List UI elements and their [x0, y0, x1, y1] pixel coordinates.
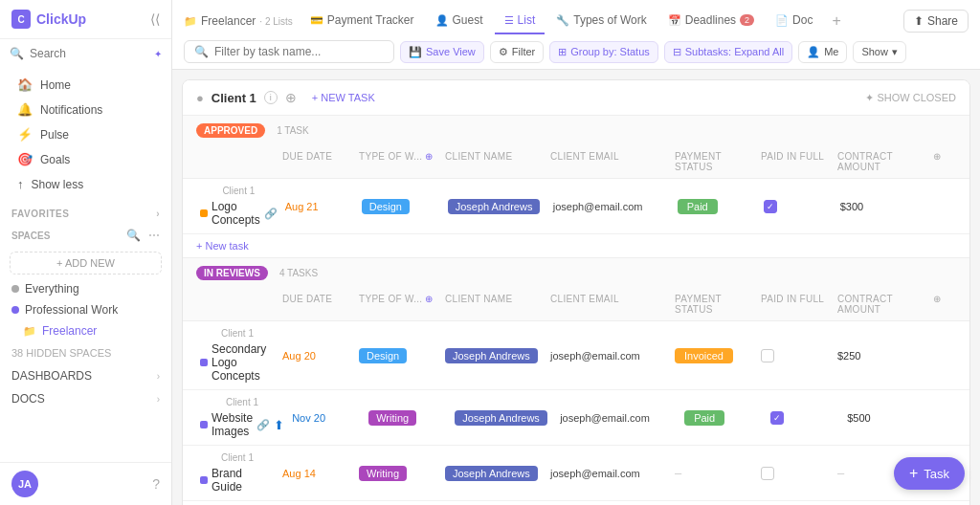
sidebar-item-goals[interactable]: 🎯 Goals	[6, 147, 166, 171]
help-icon[interactable]: ?	[152, 476, 160, 492]
deadlines-badge: 2	[740, 14, 754, 26]
col-client-email-2: CLIENT EMAIL	[546, 292, 671, 317]
paid-checkbox[interactable]	[761, 349, 774, 362]
task-name[interactable]: Secondary Logo Concepts	[212, 342, 275, 383]
due-date: Aug 20	[282, 350, 316, 362]
filter-input[interactable]	[214, 45, 384, 58]
tab-payment-tracker[interactable]: 💳 Payment Tracker	[301, 8, 424, 34]
col-add-2[interactable]: ⊕	[929, 292, 956, 317]
floating-task-button[interactable]: + Task	[894, 457, 965, 490]
client-1-new-task-button[interactable]: + NEW TASK	[312, 92, 375, 103]
sidebar-item-freelancer[interactable]: 📁 Freelancer	[0, 320, 171, 341]
col-client-name-2: CLIENT NAME	[441, 292, 546, 317]
type-badge[interactable]: Writing	[368, 410, 416, 426]
me-label: Me	[824, 46, 838, 57]
col-due-date-2: DUE DATE	[278, 292, 355, 317]
sidebar-item-everything[interactable]: Everything	[0, 278, 171, 299]
share-button[interactable]: ⬆ Share	[903, 10, 969, 33]
group-by-label: Group by: Status	[570, 46, 650, 57]
payment-badge[interactable]: Invoiced	[675, 348, 733, 363]
row-actions	[939, 415, 966, 421]
add-col-icon[interactable]: ⊕	[933, 151, 941, 162]
sidebar-item-dashboards[interactable]: DASHBOARDS ›	[0, 364, 171, 387]
tab-doc[interactable]: 📄 Doc	[766, 8, 822, 34]
favorites-chevron-icon[interactable]: ›	[156, 209, 160, 219]
upload-icon[interactable]: ⬆	[274, 418, 284, 432]
tab-list[interactable]: ☰ List	[495, 8, 546, 34]
assignee-badge[interactable]: Joseph Andrews	[445, 348, 538, 363]
client-1-info-icon[interactable]: i	[264, 91, 278, 104]
deadlines-icon: 📅	[668, 14, 681, 27]
client-1-show-closed[interactable]: ✦ SHOW CLOSED	[865, 92, 956, 104]
tab-deadlines[interactable]: 📅 Deadlines 2	[658, 8, 764, 34]
link-icon[interactable]: 🔗	[256, 419, 270, 431]
type-badge[interactable]: Design	[359, 348, 407, 363]
client-1-title: Client 1	[212, 91, 256, 105]
avatar[interactable]: JA	[11, 471, 38, 497]
task-color-dot	[200, 209, 208, 217]
tab-types-of-work[interactable]: 🔧 Types of Work	[546, 8, 656, 34]
new-task-button-approved[interactable]: + New task	[183, 234, 969, 257]
task-name[interactable]: Logo Concepts	[212, 200, 260, 227]
paid-checkbox[interactable]	[761, 467, 774, 480]
sidebar-item-notifications[interactable]: 🔔 Notifications	[6, 98, 166, 121]
payment-badge[interactable]: Paid	[684, 410, 724, 426]
doc-label: Doc	[792, 13, 813, 27]
col-add[interactable]: ⊕	[929, 149, 956, 174]
approved-badge[interactable]: APPROVED	[196, 123, 265, 138]
ai-search-icon[interactable]: ✦	[154, 49, 162, 59]
filter-search-icon: 🔍	[194, 45, 209, 58]
sidebar-item-home[interactable]: 🏠 Home	[6, 73, 166, 97]
task-name[interactable]: Brand Guide	[212, 467, 275, 494]
breadcrumb-title[interactable]: Freelancer	[201, 14, 256, 28]
search-input[interactable]	[30, 47, 148, 60]
client-1-header: ● Client 1 i ⊕ + NEW TASK ✦ SHOW CLOSED	[183, 80, 969, 116]
col-client-email: CLIENT EMAIL	[546, 149, 671, 174]
link-icon[interactable]: 🔗	[264, 208, 278, 220]
hidden-spaces-label[interactable]: 38 HIDDEN SPACES	[0, 341, 171, 364]
spaces-more-icon[interactable]: ⋯	[148, 229, 160, 242]
add-tab-button[interactable]: +	[824, 9, 848, 33]
group-by-icon: ⊞	[558, 46, 567, 58]
header-actions: 🔍 💾 Save View ⚙ Filter ⊞ Group by: Statu…	[184, 34, 969, 69]
paid-checkbox[interactable]: ✓	[764, 200, 777, 213]
show-button[interactable]: Show ▾	[853, 41, 906, 63]
assignee-badge[interactable]: Joseph Andrews	[455, 410, 547, 426]
save-view-button[interactable]: 💾 Save View	[400, 41, 484, 63]
col-type-add-2[interactable]: ⊕	[425, 294, 433, 304]
save-view-label: Save View	[426, 46, 476, 57]
group-by-button[interactable]: ⊞ Group by: Status	[549, 41, 658, 63]
assignee-badge[interactable]: Joseph Andrews	[448, 199, 541, 214]
type-badge[interactable]: Design	[362, 199, 410, 214]
sidebar-item-pulse[interactable]: ⚡ Pulse	[6, 122, 166, 146]
tab-guest[interactable]: 👤 Guest	[426, 8, 493, 34]
add-new-button[interactable]: + ADD NEW	[10, 252, 162, 274]
sidebar-item-professional-work[interactable]: Professional Work	[0, 299, 171, 320]
task-name-cell: Client 1 Brand Guide	[196, 450, 278, 496]
client-1-expand-icon[interactable]: ●	[196, 91, 204, 105]
subtasks-button[interactable]: ⊟ Subtasks: Expand All	[664, 41, 792, 63]
filter-button[interactable]: ⚙ Filter	[490, 41, 544, 63]
task-parent: Client 1	[226, 397, 258, 407]
add-col-icon-2[interactable]: ⊕	[933, 294, 941, 304]
docs-label: DOCS	[11, 392, 45, 406]
type-badge[interactable]: Writing	[359, 466, 407, 481]
payment-badge[interactable]: Paid	[678, 199, 718, 214]
assignee-badge[interactable]: Joseph Andrews	[445, 466, 538, 481]
favorites-label: FAVORITES	[11, 209, 69, 219]
paid-checkbox[interactable]: ✓	[770, 411, 784, 425]
email-value: joseph@email.com	[560, 412, 650, 424]
col-type-2: TYPE OF W... ⊕	[355, 292, 441, 317]
status-group-in-reviews: IN REVIEWS 4 TASKS DUE DATE TYPE OF W...…	[183, 258, 969, 505]
task-name[interactable]: Website Images	[212, 411, 253, 438]
collapse-sidebar-button[interactable]: ⟨⟨	[150, 11, 160, 27]
client-1-add-icon[interactable]: ⊕	[285, 90, 297, 105]
col-type-add[interactable]: ⊕	[425, 151, 433, 162]
spaces-search-icon[interactable]: 🔍	[126, 229, 141, 242]
task-title: Secondary Logo Concepts	[200, 342, 275, 383]
me-button[interactable]: 👤 Me	[798, 41, 847, 63]
sidebar-item-show-less[interactable]: ↑ Show less	[6, 172, 166, 196]
notifications-label: Notifications	[40, 103, 102, 117]
sidebar-item-docs[interactable]: DOCS ›	[0, 387, 171, 410]
in-reviews-badge[interactable]: IN REVIEWS	[196, 266, 268, 280]
